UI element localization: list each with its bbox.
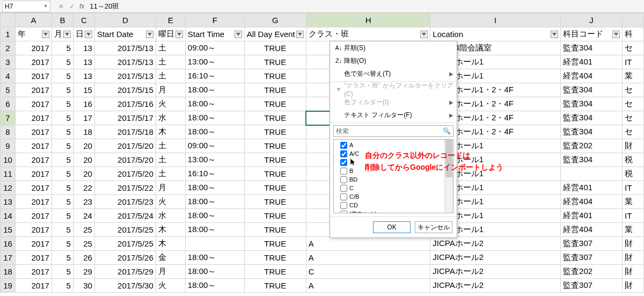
cell-B9[interactable]: 5 [52,139,73,153]
cell-A5[interactable]: 2017 [15,83,52,97]
cell-E10[interactable]: 土 [156,153,185,167]
cell-F19[interactable]: 18:00～ [185,279,244,293]
row-header-14[interactable]: 14 [1,209,16,223]
cell-K18[interactable]: 財 [623,265,644,279]
cell-A13[interactable]: 2017 [15,195,52,209]
cell-J10[interactable]: 監査304 [561,153,623,167]
cell-C13[interactable]: 23 [73,195,94,209]
cell-H17[interactable]: A [306,251,430,265]
row-header-18[interactable]: 18 [1,265,16,279]
cell-B17[interactable]: 5 [52,251,73,265]
cell-D9[interactable]: 2017/5/20 [94,139,156,153]
cell-J6[interactable]: 監査304 [561,97,623,111]
filter-dropdown-icon[interactable] [551,31,558,38]
cell-F7[interactable]: 18:00～ [185,111,244,125]
row-header-15[interactable]: 15 [1,223,16,237]
cell-J3[interactable]: 経営401 [561,55,623,69]
cell-K14[interactable]: IT [623,209,644,223]
cell-C12[interactable]: 22 [73,181,94,195]
sort-ascending[interactable]: A↓ 昇順(S) [330,41,457,54]
cell-C10[interactable]: 20 [73,153,94,167]
cell-D5[interactable]: 2017/5/15 [94,83,156,97]
cell-J18[interactable]: 監査202 [561,265,623,279]
cell-E17[interactable]: 金 [156,251,185,265]
cell-E3[interactable]: 土 [156,55,185,69]
select-all-corner[interactable] [1,13,16,27]
cell-A3[interactable]: 2017 [15,55,52,69]
cell-D4[interactable]: 2017/5/13 [94,69,156,83]
cell-C5[interactable]: 15 [73,83,94,97]
row-header-12[interactable]: 12 [1,181,16,195]
cell-C6[interactable]: 16 [73,97,94,111]
cell-K6[interactable]: セ [623,97,644,111]
cell-D15[interactable]: 2017/5/25 [94,223,156,237]
filter-dropdown-icon[interactable] [63,31,71,38]
cell-C3[interactable]: 13 [73,55,94,69]
filter-option-6[interactable]: C/B [335,192,452,201]
cell-K4[interactable]: 業 [623,69,644,83]
cell-E18[interactable]: 月 [156,265,185,279]
row-header-4[interactable]: 4 [1,69,16,83]
cell-J17[interactable]: 監査307 [561,251,623,265]
cell-G9[interactable]: TRUE [244,139,306,153]
cell-I19[interactable]: JICPAホール2 [430,279,561,293]
cell-C11[interactable]: 20 [73,167,94,181]
cell-G6[interactable]: TRUE [244,97,306,111]
cell-A16[interactable]: 2017 [15,237,52,251]
cell-A18[interactable]: 2017 [15,265,52,279]
cell-E7[interactable]: 水 [156,111,185,125]
row-header-11[interactable]: 11 [1,167,16,181]
filter-checkbox-5[interactable] [340,185,347,192]
header-cell-I[interactable]: Location [430,27,561,41]
cell-A14[interactable]: 2017 [15,209,52,223]
cell-D2[interactable]: 2017/5/13 [94,41,156,55]
sort-by-color[interactable]: 色で並べ替え(T) ▶ [330,67,457,80]
cell-K2[interactable]: セ [623,41,644,55]
cell-K3[interactable]: IT [623,55,644,69]
header-cell-C[interactable]: 日 [73,27,94,41]
name-box[interactable]: H7 ▼ [2,1,50,12]
row-header-8[interactable]: 8 [1,125,16,139]
cell-K9[interactable]: 財 [623,139,644,153]
row-header-17[interactable]: 17 [1,251,16,265]
cell-F6[interactable]: 18:00～ [185,97,244,111]
cell-A12[interactable]: 2017 [15,181,52,195]
cell-K12[interactable]: IT [623,181,644,195]
cell-C8[interactable]: 18 [73,125,94,139]
cell-A6[interactable]: 2017 [15,97,52,111]
cell-D16[interactable]: 2017/5/25 [94,237,156,251]
cell-E9[interactable]: 土 [156,139,185,153]
cell-F9[interactable]: 09:00～ [185,139,244,153]
cell-G15[interactable]: TRUE [244,223,306,237]
cell-J13[interactable]: 経営404 [561,195,623,209]
column-header-D[interactable]: D [94,13,156,27]
cell-J2[interactable]: 監査304 [561,41,623,55]
row-header-1[interactable]: 1 [1,27,16,41]
row-header-16[interactable]: 16 [1,237,16,251]
cell-D6[interactable]: 2017/5/16 [94,97,156,111]
cell-I17[interactable]: JICPAホール2 [430,251,561,265]
column-header-J[interactable]: J [561,13,623,27]
cell-D18[interactable]: 2017/5/29 [94,265,156,279]
cell-E15[interactable]: 木 [156,223,185,237]
cell-B14[interactable]: 5 [52,209,73,223]
cell-J19[interactable]: 監査307 [561,279,623,293]
cell-K13[interactable]: 業 [623,195,644,209]
cell-G4[interactable]: TRUE [244,69,306,83]
cell-G12[interactable]: TRUE [244,181,306,195]
filter-dropdown-icon[interactable] [42,31,49,38]
cancel-button[interactable]: キャンセル [415,221,452,233]
cell-G7[interactable]: TRUE [244,111,306,125]
cell-C17[interactable]: 26 [73,251,94,265]
column-header-F[interactable]: F [185,13,244,27]
filter-checkbox-3[interactable] [340,168,347,175]
cell-J16[interactable]: 監査307 [561,237,623,251]
cell-K16[interactable]: 財 [623,237,644,251]
cell-G19[interactable]: TRUE [244,279,306,293]
cell-B8[interactable]: 5 [52,125,73,139]
cell-E11[interactable]: 土 [156,167,185,181]
row-header-9[interactable]: 9 [1,139,16,153]
cell-C2[interactable]: 13 [73,41,94,55]
filter-search-box[interactable]: 🔍 [333,125,453,137]
sort-descending[interactable]: Z↓ 降順(O) [330,54,457,67]
